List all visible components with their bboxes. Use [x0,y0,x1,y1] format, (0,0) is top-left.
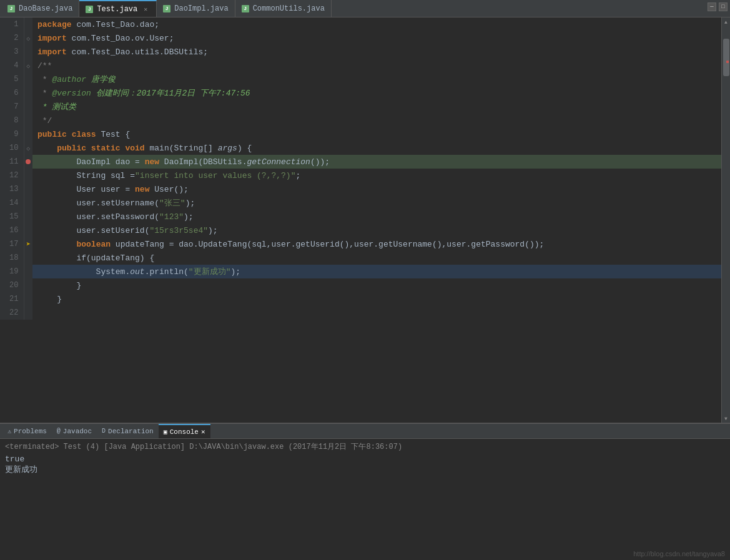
gutter-cell [24,100,32,114]
tab-commonutils[interactable]: J CommonUtils.java [235,0,332,17]
panel-tab-bar: ⚠ Problems @ Javadoc D Declaration ▣ Con… [0,424,730,439]
console-close-button[interactable]: ✕ [201,428,205,436]
line-number: 14 [0,196,24,210]
line-number: 11 [0,155,24,169]
line-number: 9 [0,127,24,141]
gutter-cell [24,251,32,265]
code-content: user.setUsername("张三"); [32,196,721,210]
table-row: 2 ◇ import com.Test_Dao.ov.User; [0,31,721,45]
console-icon: ▣ [164,428,167,436]
line-number: 6 [0,86,24,100]
panel-tab-declaration[interactable]: D Declaration [97,424,159,438]
tab-close-test[interactable]: ✕ [141,5,150,14]
tab-icon-test: J [86,6,93,13]
maximize-button[interactable]: □ [719,2,728,11]
panel-tab-javadoc[interactable]: @ Javadoc [52,424,97,438]
table-row: 20 } [0,278,721,292]
editor-area: 1 package com.Test_Dao.dao; 2 ◇ import c… [0,17,730,423]
gutter-cell [24,292,32,306]
gutter-cell [24,45,32,59]
table-row: 16 user.setUserid("15rs3r5se4"); [0,224,721,237]
panel-tab-console-label: Console [170,428,199,436]
code-content: } [32,292,721,306]
code-content: * @version 创建时间：2017年11月2日 下午7:47:56 [32,86,721,100]
table-row: 19 System.out.println("更新成功"); [0,265,721,278]
table-row: 4 ◇ /** [0,59,721,72]
line-number: 18 [0,251,24,265]
tab-test[interactable]: J Test.java ✕ [79,0,157,17]
scroll-up-arrow[interactable]: ▲ [722,17,730,26]
scrollbar-track[interactable] [722,26,730,414]
scrollbar-thumb[interactable] [723,39,729,76]
code-content: public static void main(String[] args) { [32,141,721,155]
console-output-success: 更新成功 [5,464,725,475]
table-row: 12 String sql ="insert into user values … [0,169,721,182]
code-content: String sql ="insert into user values (?,… [32,169,721,182]
code-container[interactable]: 1 package com.Test_Dao.dao; 2 ◇ import c… [0,17,721,423]
table-row: 14 user.setUsername("张三"); [0,196,721,210]
code-content: System.out.println("更新成功"); [32,265,721,278]
gutter-cell [24,169,32,182]
table-row: 7 * 测试类 [0,100,721,114]
minimize-button[interactable]: ─ [708,2,716,11]
tab-daoimpl[interactable]: J DaoImpl.java [157,0,235,17]
code-content: */ [32,114,721,127]
window-controls: ─ □ [708,2,728,11]
gutter-cell [24,86,32,100]
line-number: 8 [0,114,24,127]
table-row: 18 if(updateTang) { [0,251,721,265]
watermark-text: http://blog.csdn.net/tangyava8 [0,548,730,560]
scroll-down-arrow[interactable]: ▼ [722,414,730,423]
code-table: 1 package com.Test_Dao.dao; 2 ◇ import c… [0,17,721,320]
console-status-line: <terminated> Test (4) [Java Application]… [5,441,725,452]
code-content: User user = new User(); [32,182,721,196]
line-number: 12 [0,169,24,182]
console-content: <terminated> Test (4) [Java Application]… [0,439,730,548]
line-number: 17 [0,237,24,251]
tab-icon-daobase: J [7,5,15,12]
table-row: 6 * @version 创建时间：2017年11月2日 下午7:47:56 [0,86,721,100]
tab-daobase[interactable]: J DaoBase.java [1,0,79,17]
table-row: 11 DaoImpl dao = new DaoImpl(DBSUtils.ge… [0,155,721,169]
tab-label-commonutils: CommonUtils.java [253,4,325,13]
panel-tab-javadoc-label: Javadoc [63,428,92,435]
code-content: * 测试类 [32,100,721,114]
gutter-cell [24,155,32,169]
code-content [32,306,721,320]
table-row: 13 User user = new User(); [0,182,721,196]
tab-label-test: Test.java [97,5,137,14]
table-row: 21 } [0,292,721,306]
tab-icon-daoimpl: J [163,5,170,12]
panel-tab-problems[interactable]: ⚠ Problems [2,424,52,438]
line-number: 15 [0,210,24,224]
code-content: package com.Test_Dao.dao; [32,17,721,31]
gutter-cell [24,278,32,292]
panel-tab-console[interactable]: ▣ Console ✕ [159,424,210,438]
line-number: 21 [0,292,24,306]
code-content: import com.Test_Dao.ov.User; [32,31,721,45]
table-row: 15 user.setPassword("123"); [0,210,721,224]
vertical-scrollbar[interactable]: ▲ ▼ [721,17,730,423]
gutter-cell [24,72,32,86]
bottom-panel: ⚠ Problems @ Javadoc D Declaration ▣ Con… [0,423,730,560]
line-number: 7 [0,100,24,114]
line-number: 1 [0,17,24,31]
code-content: /** [32,59,721,72]
gutter-cell [24,196,32,210]
code-content: } [32,278,721,292]
code-content: public class Test { [32,127,721,141]
line-number: 3 [0,45,24,59]
gutter-cell [24,210,32,224]
line-number: 20 [0,278,24,292]
code-content: user.setUserid("15rs3r5se4"); [32,224,721,237]
line-number: 13 [0,182,24,196]
line-number: 10 [0,141,24,155]
table-row: 5 * @author 唐学俊 [0,72,721,86]
table-row: 8 */ [0,114,721,127]
code-content: import com.Test_Dao.utils.DBSUtils; [32,45,721,59]
code-content: * @author 唐学俊 [32,72,721,86]
code-content: if(updateTang) { [32,251,721,265]
line-number: 4 [0,59,24,72]
gutter-cell: ◇ [24,31,32,45]
tab-icon-commonutils: J [242,5,249,12]
